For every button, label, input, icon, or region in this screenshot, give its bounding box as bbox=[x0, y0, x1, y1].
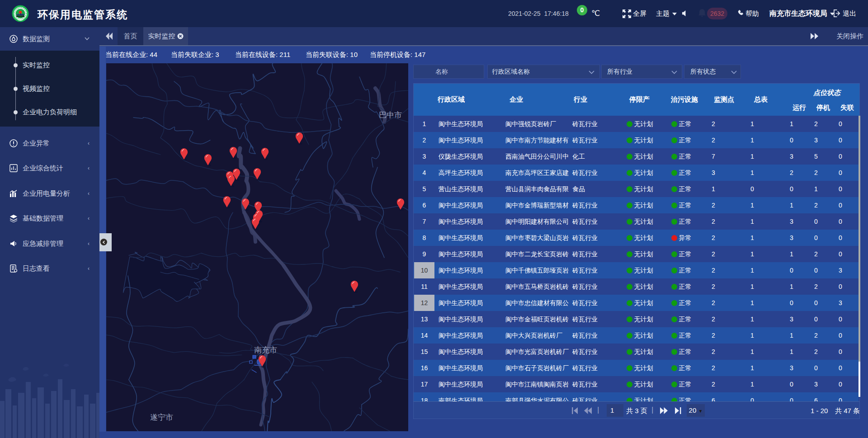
svg-text:南充市: 南充市 bbox=[254, 346, 277, 354]
svg-text:遂宁市: 遂宁市 bbox=[150, 413, 173, 422]
svg-text:巴中市: 巴中市 bbox=[379, 111, 402, 119]
